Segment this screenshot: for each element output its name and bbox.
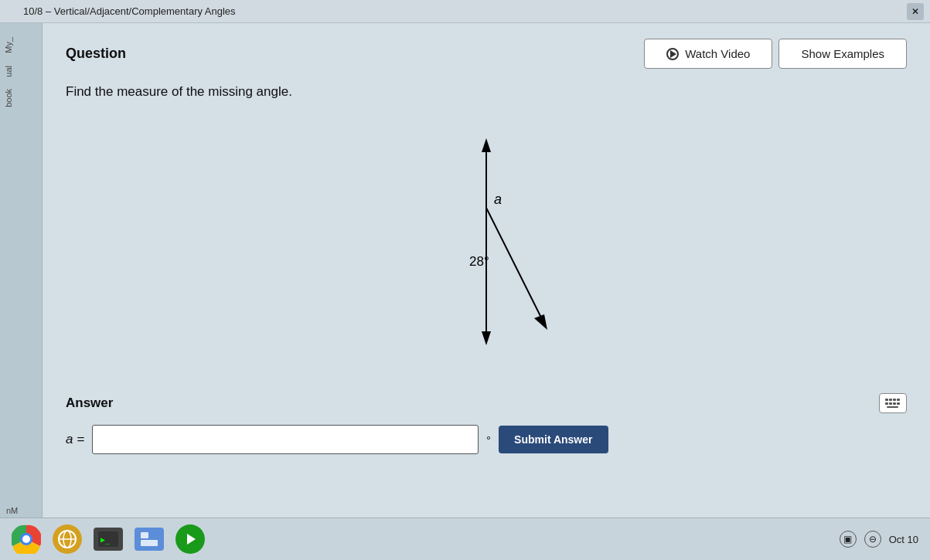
diagram-area: a 28°	[66, 123, 907, 370]
show-examples-button[interactable]: Show Examples	[778, 39, 907, 69]
svg-rect-12	[897, 402, 900, 405]
svg-text:▶_: ▶_	[100, 535, 111, 545]
degree-symbol: °	[486, 433, 491, 446]
sidebar: My_ ual book	[0, 23, 43, 518]
svg-rect-6	[889, 399, 892, 401]
angle-diagram: a 28°	[409, 131, 564, 362]
svg-rect-11	[893, 402, 896, 405]
angle-28-label: 28°	[469, 254, 489, 269]
monitor-icon[interactable]: ▣	[840, 531, 857, 548]
sidebar-my-label: My_	[0, 31, 17, 59]
header-row: Question Watch Video Show Examples	[66, 39, 907, 69]
watch-video-button[interactable]: Watch Video	[644, 39, 772, 69]
keyboard-svg	[884, 398, 901, 409]
svg-rect-7	[893, 399, 896, 401]
svg-rect-8	[897, 399, 900, 401]
main-content: Question Watch Video Show Examples Find …	[43, 23, 930, 518]
svg-rect-5	[885, 399, 888, 401]
svg-rect-13	[887, 406, 898, 408]
play-svg	[182, 531, 199, 548]
taskbar-icons: ▶_	[12, 524, 205, 554]
svg-marker-24	[187, 534, 196, 545]
chrome-svg	[12, 524, 41, 554]
answer-input-row: a = ° Submit Answer	[66, 425, 907, 454]
svg-marker-4	[534, 314, 547, 330]
keyboard-icon[interactable]	[879, 393, 907, 413]
play-icon[interactable]	[175, 524, 205, 554]
answer-label: Answer	[66, 395, 113, 411]
question-label: Question	[66, 46, 126, 62]
header-buttons: Watch Video Show Examples	[644, 39, 907, 69]
answer-input[interactable]	[92, 425, 479, 454]
top-bar: 10/8 – Vertical/Adjacent/Complementary A…	[0, 0, 930, 23]
files-svg	[139, 531, 159, 548]
svg-rect-10	[889, 402, 892, 405]
submit-label: Submit Answer	[514, 433, 592, 446]
globe-icon[interactable]	[53, 524, 82, 554]
svg-rect-9	[885, 402, 888, 405]
submit-answer-button[interactable]: Submit Answer	[499, 426, 608, 453]
files-icon[interactable]	[135, 528, 164, 551]
terminal-svg: ▶_	[98, 531, 118, 547]
taskbar-date: Oct 10	[889, 534, 918, 545]
taskbar-right: ▣ ⊖ Oct 10	[840, 531, 918, 548]
svg-point-16	[22, 535, 30, 543]
play-triangle-icon	[670, 50, 676, 58]
nm-label: nM	[6, 506, 18, 515]
angle-a-label: a	[494, 192, 502, 207]
close-button[interactable]: ✕	[907, 3, 924, 20]
sidebar-ual-label: ual	[0, 59, 17, 83]
svg-line-3	[486, 208, 544, 324]
watch-video-label: Watch Video	[685, 47, 750, 60]
sidebar-book-label: book	[0, 83, 17, 114]
top-bar-title: 10/8 – Vertical/Adjacent/Complementary A…	[23, 5, 236, 17]
taskbar: ▶_ ▣ ⊖ Oct 10	[0, 518, 930, 560]
svg-rect-22	[141, 532, 148, 538]
a-equals-label: a =	[66, 432, 84, 447]
problem-text: Find the measure of the missing angle.	[66, 84, 907, 100]
chrome-icon[interactable]	[12, 524, 41, 554]
terminal-icon[interactable]: ▶_	[94, 528, 123, 551]
svg-rect-23	[141, 540, 158, 546]
svg-marker-2	[482, 331, 491, 345]
show-examples-label: Show Examples	[801, 47, 884, 60]
answer-label-row: Answer	[66, 393, 907, 413]
minus-circle-icon[interactable]: ⊖	[864, 531, 881, 548]
globe-svg	[57, 529, 77, 549]
svg-marker-1	[482, 138, 491, 152]
play-circle-icon	[666, 48, 679, 60]
answer-section: Answer a = ° Submit Answ	[66, 393, 907, 454]
